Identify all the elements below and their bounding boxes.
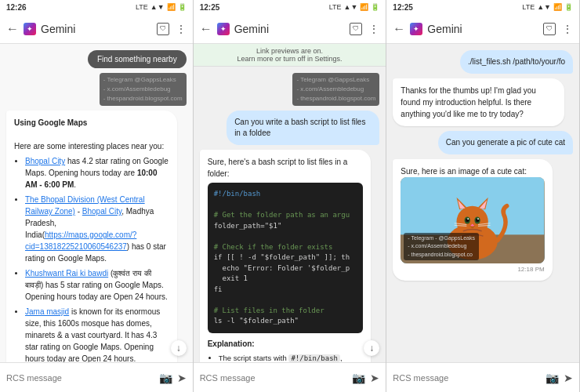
gemini-logo-1: ✦ (24, 23, 36, 35)
signal-icon-3: ▲▼ (537, 3, 551, 11)
send-btn-3[interactable]: ➤ (564, 372, 573, 384)
cat-intro-text: Sure, here is an image of a cute cat: (401, 167, 527, 176)
info-text-2: Link previews are on.Learn more or turn … (237, 47, 343, 63)
assistant-intro-2: Sure, here's a bash script to list files… (208, 158, 348, 178)
shield-icon-1[interactable]: 🛡 (157, 23, 169, 35)
network-icon-3: LTE (522, 3, 535, 11)
watermark-2: - Telegram @GappsLeaks- x.com/Assemblede… (292, 73, 379, 106)
assistant-msg-3-2: Sure, here is an image of a cute cat: (393, 159, 552, 281)
place-link-2b[interactable]: Bhopal City (82, 207, 121, 216)
send-btn-1[interactable]: ➤ (177, 372, 187, 384)
wifi-icon-3: 📶 (553, 3, 562, 11)
shield-icon-3[interactable]: 🛡 (543, 23, 556, 35)
place-item-2: The Bhopal Division (West Central Railwa… (25, 194, 169, 264)
timestamp-3: 12:18 PM (401, 265, 544, 274)
wifi-icon-2: 📶 (360, 3, 368, 11)
time-2: 12:25 (200, 3, 220, 12)
network-icon-1: LTE (136, 3, 148, 11)
back-button-2[interactable]: ← (200, 22, 212, 36)
input-bar-1: 📷 ➤ (0, 362, 193, 392)
status-icons-1: LTE ▲▼ 📶 🔋 (136, 3, 187, 11)
watermark-line-3: - thespandroid.blogspot.co (408, 251, 475, 260)
status-bar-3: 12:25 LTE ▲▼ 📶 🔋 (386, 0, 579, 14)
place-link-4[interactable]: Jama masjid (25, 307, 69, 316)
time-1: 12:26 (6, 3, 27, 12)
watermark-line-2: - x.com/Assembledebug (408, 242, 475, 251)
message-input-2[interactable] (200, 373, 348, 383)
place-link-2c[interactable]: https://maps.google.com/?cid=13818225210… (25, 230, 136, 251)
info-banner-2: Link previews are on.Learn more or turn … (194, 44, 386, 67)
assistant-msg-2-1: Sure, here's a bash script to list files… (200, 150, 371, 362)
watermark-1: - Telegram @GappsLeaks- x.com/Assemblede… (100, 73, 187, 106)
code-block-2: #!/bin/bash # Get the folder path as an … (208, 183, 363, 333)
chat-area-3: ./list_files.sh /path/to/your/fo Thanks … (386, 44, 579, 362)
more-options-2[interactable]: ⋮ (368, 23, 379, 35)
assistant-msg-1: Using Google Maps Here are some interest… (6, 111, 177, 362)
more-options-1[interactable]: ⋮ (176, 23, 187, 35)
chat-area-1: Find something nearby - Telegram @GappsL… (0, 44, 193, 362)
explanation-title-2: Explanation: (208, 338, 363, 350)
signal-icon-1: ▲▼ (150, 3, 165, 11)
input-bar-2: 📷 ➤ (194, 362, 386, 392)
send-btn-2[interactable]: ➤ (370, 372, 379, 384)
camera-btn-1[interactable]: 📷 (159, 372, 172, 384)
gemini-logo-2: ✦ (217, 23, 230, 35)
signal-icon-2: ▲▼ (344, 3, 358, 11)
camera-btn-3[interactable]: 📷 (546, 372, 559, 384)
app-title-3: Gemini (427, 23, 538, 35)
battery-icon-1: 🔋 (178, 3, 187, 11)
place-item-1: Bhopal City has 4.2 star rating on Googl… (25, 155, 169, 191)
network-icon-2: LTE (329, 3, 342, 11)
status-bar-2: 12:25 LTE ▲▼ 📶 🔋 (194, 0, 386, 14)
msg-intro-1: Here are some interesting places near yo… (14, 142, 164, 151)
place-item-4: Jama masjid is known for its enormous si… (25, 306, 169, 362)
battery-icon-2: 🔋 (371, 3, 379, 11)
camera-btn-2[interactable]: 📷 (352, 372, 365, 384)
place-link-1[interactable]: Bhopal City (25, 157, 65, 165)
user-msg-3-1: ./list_files.sh /path/to/your/fo (460, 50, 573, 74)
image-watermark: - Telegram - @GappsLeaks - x.com/Assembl… (404, 233, 479, 261)
app-bar-3: ← ✦ Gemini 🛡 ⋮ (386, 14, 579, 44)
gemini-logo-3: ✦ (410, 23, 422, 35)
battery-icon-3: 🔋 (564, 3, 573, 11)
watermark-line-1: - Telegram - @GappsLeaks (408, 234, 475, 243)
back-button-3[interactable]: ← (393, 22, 405, 36)
panel-right: 12:25 LTE ▲▼ 📶 🔋 ← ✦ Gemini 🛡 ⋮ ./list_f… (386, 0, 580, 392)
scroll-down-1[interactable]: ↓ (171, 340, 187, 356)
time-3: 12:25 (393, 3, 413, 12)
app-bar-icons-1: 🛡 ⋮ (157, 23, 187, 35)
panel-left: 12:26 LTE ▲▼ 📶 🔋 ← ✦ Gemini 🛡 ⋮ Find som… (0, 0, 194, 392)
suggestion-bubble-1[interactable]: Find something nearby (88, 50, 187, 68)
svg-point-13 (477, 218, 479, 220)
app-title-1: Gemini (41, 23, 152, 35)
user-msg-2-1: Can you write a bash script to list file… (227, 111, 379, 145)
app-bar-2: ← ✦ Gemini 🛡 ⋮ (194, 14, 386, 44)
app-bar-icons-2: 🛡 ⋮ (350, 23, 379, 35)
cat-image: - Telegram - @GappsLeaks - x.com/Assembl… (401, 177, 544, 263)
app-bar-icons-3: 🛡 ⋮ (543, 23, 573, 35)
panel-center: 12:25 LTE ▲▼ 📶 🔋 ← ✦ Gemini 🛡 ⋮ Link pre… (194, 0, 387, 392)
message-input-3[interactable] (393, 373, 541, 383)
wifi-icon-1: 📶 (167, 3, 176, 11)
status-icons-2: LTE ▲▼ 📶 🔋 (329, 3, 380, 11)
msg-heading-1: Using Google Maps (14, 118, 87, 127)
svg-point-12 (468, 218, 469, 220)
place-link-3[interactable]: Khushwant Rai ki bawdi (25, 269, 108, 278)
explanation-2: Explanation: The script starts with #!/b… (208, 338, 363, 363)
place-item-3: Khushwant Rai ki bawdi (कुश्वंत राय की ब… (25, 267, 169, 303)
assistant-msg-3-1: Thanks for the thumbs up! I'm glad you f… (393, 78, 564, 126)
message-input-1[interactable] (6, 373, 154, 383)
explain-item-2-1: The script starts with #!/bin/bash, whic… (219, 353, 363, 363)
user-msg-3-2: Can you generate a pic of cute cat (438, 131, 573, 154)
input-bar-3: 📷 ➤ (386, 362, 579, 392)
back-button-1[interactable]: ← (6, 22, 19, 36)
more-options-3[interactable]: ⋮ (562, 23, 573, 35)
app-bar-1: ← ✦ Gemini 🛡 ⋮ (0, 14, 193, 44)
chat-area-2: - Telegram @GappsLeaks- x.com/Assemblede… (194, 67, 386, 362)
status-icons-3: LTE ▲▼ 📶 🔋 (522, 3, 573, 11)
status-bar-1: 12:26 LTE ▲▼ 📶 🔋 (0, 0, 193, 14)
app-title-2: Gemini (234, 23, 346, 35)
shield-icon-2[interactable]: 🛡 (350, 23, 362, 35)
